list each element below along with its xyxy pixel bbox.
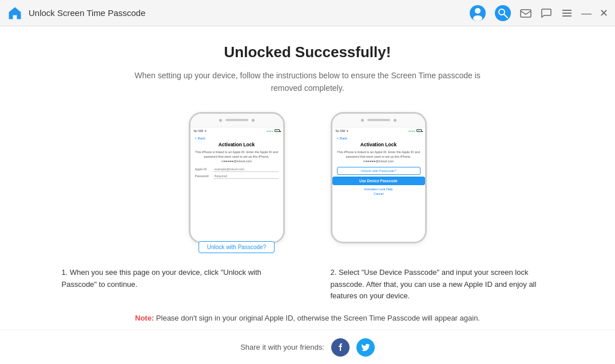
phone1-back: < Back	[195, 137, 279, 140]
search-icon[interactable]	[494, 5, 511, 22]
phone2-battery: ●●●●	[408, 129, 421, 133]
phone2: No SIM ✦ ●●●● < Back Activation Lock Thi…	[331, 112, 427, 243]
bottom-bar: Share it with your friends:	[0, 330, 615, 364]
phone2-statusbar: No SIM ✦ ●●●●	[332, 127, 425, 134]
success-subtitle: When setting up your device, follow the …	[130, 69, 485, 95]
step2-text: 2. Select "Use Device Passcode" and inpu…	[331, 267, 554, 302]
phone1-dot2	[252, 119, 255, 122]
phone1-password-label: Password	[195, 174, 213, 178]
phone2-screen-text: This iPhone is linked to an Apple ID. En…	[337, 150, 420, 164]
svg-point-2	[473, 15, 482, 21]
phone1-password-input[interactable]	[213, 174, 279, 179]
phone1-screen: No SIM ✦ ●●●● < Back Activation Lock Thi…	[191, 127, 283, 242]
home-icon	[7, 5, 23, 21]
success-title: Unlocked Successfully!	[224, 43, 391, 61]
share-text: Share it with your friends:	[240, 343, 324, 351]
mail-icon[interactable]	[519, 7, 532, 19]
phone1-appleid-input[interactable]	[213, 167, 279, 172]
titlebar: Unlock Screen Time Passcode	[0, 0, 615, 26]
menu-icon[interactable]	[561, 7, 573, 19]
phone1-wrap: No SIM ✦ ●●●● < Back Activation Lock Thi…	[189, 112, 285, 253]
steps-row: 1. When you see this page on your device…	[62, 267, 554, 302]
phone1-password-field: Password	[195, 174, 279, 179]
phone1-screen-text: This iPhone is linked to an Apple ID. En…	[195, 150, 279, 164]
phone2-signal: No SIM ✦	[336, 129, 348, 133]
phone1-appleid-field: Apple ID	[195, 167, 279, 172]
phone1-dot	[219, 119, 222, 122]
phone2-speaker	[367, 119, 390, 121]
titlebar-controls: — ✕	[469, 5, 608, 22]
facebook-share-button[interactable]	[331, 338, 350, 357]
note-row: Note: Please don't sign in your original…	[135, 314, 480, 322]
phone2-screen: No SIM ✦ ●●●● < Back Activation Lock Thi…	[332, 127, 425, 242]
user-icon[interactable]	[469, 5, 486, 22]
step1-text: 1. When you see this page on your device…	[62, 267, 285, 302]
phone2-body: < Back Activation Lock This iPhone is li…	[332, 134, 425, 242]
note-label: Note:	[135, 314, 154, 322]
phone1: No SIM ✦ ●●●● < Back Activation Lock Thi…	[189, 112, 285, 243]
phone1-body: < Back Activation Lock This iPhone is li…	[191, 134, 283, 242]
phone2-use-device-btn: Use Device Passcode	[332, 177, 425, 185]
phones-row: No SIM ✦ ●●●● < Back Activation Lock Thi…	[189, 112, 427, 253]
phone1-statusbar: No SIM ✦ ●●●●	[191, 127, 283, 134]
phone2-unlock-btn: Unlock with Passcode?	[337, 167, 420, 175]
phone1-signal: No SIM ✦	[194, 129, 207, 133]
twitter-icon	[361, 343, 370, 352]
phone2-screen-title: Activation Lock	[337, 142, 420, 147]
svg-point-1	[475, 8, 481, 14]
phone2-back: < Back	[337, 137, 420, 140]
note-text: Please don't sign in your original Apple…	[156, 314, 480, 322]
phone2-dot2	[394, 119, 396, 122]
main-content: Unlocked Successfully! When setting up y…	[0, 26, 615, 330]
svg-point-3	[495, 5, 511, 21]
phone2-cancel: Cancel	[337, 192, 420, 195]
facebook-icon	[336, 343, 345, 352]
phone2-top	[332, 114, 425, 127]
minimize-button[interactable]: —	[581, 8, 592, 18]
twitter-share-button[interactable]	[356, 338, 375, 357]
phone1-highlight-btn: Unlock with Passcode?	[199, 241, 275, 253]
phone1-speaker	[225, 119, 248, 121]
svg-rect-6	[521, 10, 531, 17]
phone1-appleid-label: Apple ID	[195, 167, 213, 171]
titlebar-title: Unlock Screen Time Passcode	[29, 8, 469, 18]
phone1-screen-title: Activation Lock	[195, 142, 279, 147]
phone2-wrap: No SIM ✦ ●●●● < Back Activation Lock Thi…	[331, 112, 427, 243]
phone2-dot	[361, 119, 364, 122]
phone1-top	[191, 114, 283, 127]
close-button[interactable]: ✕	[600, 8, 608, 18]
phone1-battery: ●●●●	[266, 129, 279, 133]
chat-icon[interactable]	[540, 7, 553, 19]
phone2-activation-help: Activation Lock Help	[337, 187, 420, 191]
